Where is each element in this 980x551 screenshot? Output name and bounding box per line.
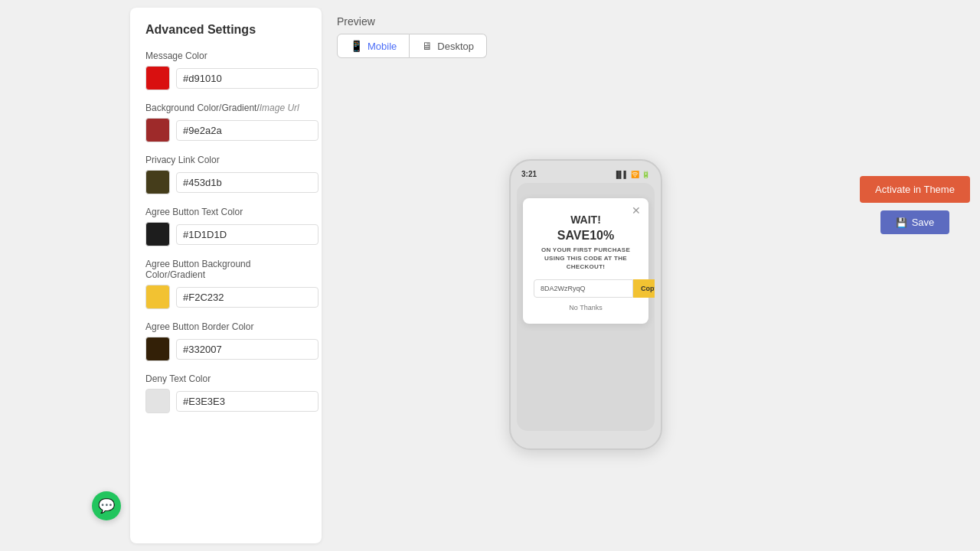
color-text-input-6[interactable] [176, 391, 318, 412]
popup-copy-button[interactable]: Copy [633, 279, 655, 298]
popup-no-thanks[interactable]: No Thanks [534, 304, 638, 311]
color-input-row-4 [145, 285, 306, 309]
setting-row-0: Message Color [145, 51, 306, 90]
setting-row-5: Agree Button Border Color [145, 321, 306, 361]
setting-row-2: Privacy Link Color [145, 155, 306, 194]
color-text-input-2[interactable] [176, 172, 318, 193]
setting-label-1: Background Color/Gradient/Image Url [145, 103, 306, 113]
phone-status-bar: 3:21 ▐▌▌ 🛜 🔋 [517, 170, 655, 183]
tab-desktop-label: Desktop [437, 41, 474, 52]
tab-mobile[interactable]: 📱 Mobile [337, 34, 410, 58]
popup-modal: ✕ WAIT! SAVE10% ON YOUR FIRST PURCHASEUS… [523, 198, 648, 324]
tab-desktop[interactable]: 🖥 Desktop [410, 34, 487, 58]
color-swatch-3[interactable] [145, 222, 170, 246]
save-label: Save [912, 217, 935, 228]
color-text-input-3[interactable] [176, 224, 318, 245]
phone-time: 3:21 [521, 170, 537, 178]
right-panel: Activate in Theme 💾 Save [850, 0, 980, 551]
setting-label-6: Deny Text Color [145, 373, 306, 384]
mobile-icon: 📱 [350, 40, 363, 52]
preview-label: Preview [337, 15, 835, 28]
chat-bubble[interactable]: 💬 [92, 491, 121, 520]
setting-label-5: Agree Button Border Color [145, 321, 306, 332]
setting-label-0: Message Color [145, 51, 306, 61]
color-input-row-3 [145, 222, 306, 246]
color-swatch-1[interactable] [145, 118, 170, 142]
main-content: Advanced Settings Message ColorBackgroun… [130, 0, 850, 551]
save-button[interactable]: 💾 Save [880, 210, 950, 234]
color-text-input-1[interactable] [176, 120, 318, 141]
settings-panel: Advanced Settings Message ColorBackgroun… [130, 8, 322, 543]
color-swatch-0[interactable] [145, 66, 170, 90]
battery-icon: 🔋 [642, 171, 650, 178]
setting-row-1: Background Color/Gradient/Image Url [145, 103, 306, 142]
popup-description: ON YOUR FIRST PURCHASEUSING THIS CODE AT… [534, 246, 638, 272]
setting-row-3: Agree Button Text Color [145, 207, 306, 246]
color-input-row-6 [145, 389, 306, 413]
phone-mockup: 3:21 ▐▌▌ 🛜 🔋 ✕ WAIT! SAVE10% ON YOUR FIR… [509, 159, 662, 450]
setting-label-4: Agree Button Background Color/Gradient [145, 259, 306, 280]
popup-close-icon[interactable]: ✕ [632, 204, 641, 217]
popup-wait-text: WAIT! [534, 214, 638, 226]
setting-label-3: Agree Button Text Color [145, 207, 306, 217]
popup-code-input[interactable] [534, 279, 633, 298]
phone-container: 3:21 ▐▌▌ 🛜 🔋 ✕ WAIT! SAVE10% ON YOUR FIR… [337, 73, 835, 536]
preview-tabs: 📱 Mobile 🖥 Desktop [337, 34, 835, 58]
settings-fields: Message ColorBackground Color/Gradient/I… [145, 51, 306, 413]
setting-row-6: Deny Text Color [145, 373, 306, 413]
phone-status-icons: ▐▌▌ 🛜 🔋 [614, 171, 650, 178]
color-text-input-5[interactable] [176, 339, 318, 360]
signal-icon: ▐▌▌ [614, 171, 629, 178]
color-swatch-2[interactable] [145, 170, 170, 194]
activate-theme-button[interactable]: Activate in Theme [860, 176, 970, 203]
color-text-input-4[interactable] [176, 287, 318, 308]
setting-row-4: Agree Button Background Color/Gradient [145, 259, 306, 309]
left-sidebar [0, 0, 130, 551]
color-input-row-0 [145, 66, 306, 90]
desktop-icon: 🖥 [422, 40, 433, 52]
save-icon: 💾 [896, 217, 907, 228]
color-input-row-2 [145, 170, 306, 194]
phone-screen: ✕ WAIT! SAVE10% ON YOUR FIRST PURCHASEUS… [517, 183, 655, 431]
color-input-row-5 [145, 337, 306, 361]
color-input-row-1 [145, 118, 306, 142]
setting-label-2: Privacy Link Color [145, 155, 306, 165]
color-swatch-6[interactable] [145, 389, 170, 413]
popup-save-text: SAVE10% [534, 229, 638, 243]
color-text-input-0[interactable] [176, 68, 318, 89]
wifi-icon: 🛜 [631, 171, 639, 178]
color-swatch-4[interactable] [145, 285, 170, 309]
color-swatch-5[interactable] [145, 337, 170, 361]
chat-icon: 💬 [98, 497, 115, 514]
popup-code-row: Copy [534, 279, 638, 298]
settings-title: Advanced Settings [145, 23, 306, 37]
preview-panel: Preview 📱 Mobile 🖥 Desktop 3:21 ▐▌▌ 🛜 🔋 [322, 8, 850, 543]
tab-mobile-label: Mobile [368, 41, 397, 52]
